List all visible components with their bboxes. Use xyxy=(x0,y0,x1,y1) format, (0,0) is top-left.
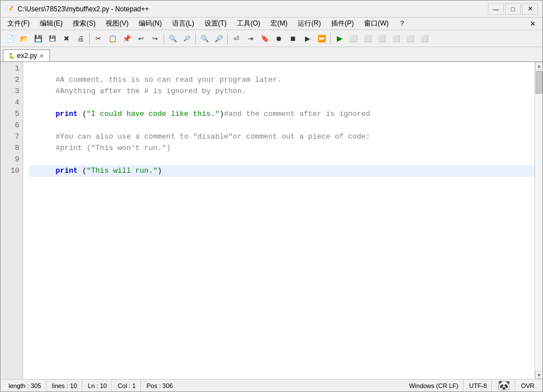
title-bar: 📝 C:\Users\78523\mybuff\ex2.py - Notepad… xyxy=(1,1,542,18)
status-lines: lines : 10 xyxy=(48,380,82,392)
menu-bar: 文件(F) 编辑(E) 搜索(S) 视图(V) 编码(N) 语言(L) 设置(T… xyxy=(1,18,542,30)
code-line-4: print ("I could have code like this.")#a… xyxy=(29,97,534,109)
status-left: length : 305 lines : 10 Ln : 10 Col : 1 … xyxy=(4,380,177,392)
tb-print[interactable]: 🖨 xyxy=(74,32,87,45)
toolbar-sep-1 xyxy=(89,33,90,44)
line-num-4: 4 xyxy=(1,97,23,109)
tb-find[interactable]: 🔍 xyxy=(166,32,179,45)
tb-macro-rec[interactable]: ⏺ xyxy=(272,32,286,45)
minimize-button[interactable]: — xyxy=(488,3,504,15)
tb-cut[interactable]: ✂ xyxy=(91,32,105,45)
tb-new[interactable]: 📄 xyxy=(3,32,16,45)
tb-indent[interactable]: ⇥ xyxy=(244,32,257,45)
tb-replace[interactable]: 🔎 xyxy=(180,32,194,45)
menu-encoding[interactable]: 编码(N) xyxy=(134,18,166,30)
tb-redo[interactable]: ↪ xyxy=(148,32,162,45)
tb-close[interactable]: ✖ xyxy=(60,32,73,45)
window-title: C:\Users\78523\mybuff\ex2.py - Notepad++ xyxy=(18,5,149,13)
toolbar-sep-3 xyxy=(195,33,196,44)
line-numbers: 1 2 3 4 5 6 7 8 9 10 xyxy=(1,62,23,379)
scroll-thumb[interactable] xyxy=(536,71,542,94)
menu-plugins[interactable]: 插件(P) xyxy=(327,18,358,30)
tb-open[interactable]: 📂 xyxy=(17,32,31,45)
status-avatar: 🐼 xyxy=(493,380,515,392)
status-right: Windows (CR LF) UTF-8 🐼 OVR xyxy=(404,380,539,392)
app-icon: 📝 xyxy=(5,5,14,14)
line-num-2: 2 xyxy=(1,74,23,86)
status-line-ending: Windows (CR LF) xyxy=(404,380,463,392)
menu-view[interactable]: 视图(V) xyxy=(101,18,133,30)
tab-label: ex2.py xyxy=(17,52,37,60)
menu-window[interactable]: 窗口(W) xyxy=(360,18,393,30)
tb-bookmarks[interactable]: 🔖 xyxy=(258,32,272,45)
scroll-down-arrow[interactable]: ▼ xyxy=(535,371,542,379)
line-num-7: 7 xyxy=(1,131,23,143)
tb-copy[interactable]: 📋 xyxy=(106,32,119,45)
tb-macro-play[interactable]: ▶ xyxy=(300,32,314,45)
status-length: length : 305 xyxy=(4,380,47,392)
menu-help[interactable]: ？ xyxy=(394,18,410,30)
menu-edit[interactable]: 编辑(E) xyxy=(35,18,67,30)
menu-settings[interactable]: 设置(T) xyxy=(200,18,231,30)
status-insert-mode[interactable]: OVR xyxy=(516,380,539,392)
tb-extra2[interactable]: ⬜ xyxy=(361,32,374,45)
status-ln: Ln : 10 xyxy=(83,380,112,392)
tb-paste[interactable]: 📌 xyxy=(120,32,133,45)
tb-saveall[interactable]: 💾 xyxy=(45,32,59,45)
menu-close-window[interactable]: ✕ xyxy=(525,19,540,29)
tb-run-cmd[interactable]: ▶ xyxy=(332,32,346,45)
line-num-8: 8 xyxy=(1,143,23,154)
menu-macro[interactable]: 宏(M) xyxy=(266,18,292,30)
status-bar: length : 305 lines : 10 Ln : 10 Col : 1 … xyxy=(1,379,542,391)
tb-save[interactable]: 💾 xyxy=(31,32,45,45)
menu-search[interactable]: 搜索(S) xyxy=(68,18,100,30)
line-num-5: 5 xyxy=(1,109,23,120)
tb-extra5[interactable]: ⬜ xyxy=(403,32,417,45)
tab-bar: 🐍 ex2.py ✕ xyxy=(1,47,542,62)
code-editor[interactable]: #A comment, this is so can read your pro… xyxy=(23,62,534,379)
status-col: Col : 1 xyxy=(113,380,141,392)
line-num-9: 9 xyxy=(1,154,23,165)
line-num-6: 6 xyxy=(1,120,23,131)
status-encoding: UTF-8 xyxy=(465,380,492,392)
tab-ex2py[interactable]: 🐍 ex2.py ✕ xyxy=(3,49,50,61)
tb-extra1[interactable]: ⬜ xyxy=(346,32,360,45)
toolbar-sep-2 xyxy=(164,33,164,44)
vertical-scrollbar[interactable]: ▲ ▼ xyxy=(534,62,542,379)
menu-tools[interactable]: 工具(O) xyxy=(232,18,265,30)
menu-run[interactable]: 运行(R) xyxy=(293,18,325,30)
tb-wrap[interactable]: ⏎ xyxy=(229,32,243,45)
toolbar: 📄 📂 💾 💾 ✖ 🖨 ✂ 📋 📌 ↩ ↪ 🔍 🔎 🔍 🔎 ⏎ ⇥ 🔖 ⏺ ⏹ … xyxy=(1,30,542,47)
tb-extra3[interactable]: ⬜ xyxy=(375,32,389,45)
menu-language[interactable]: 语言(L) xyxy=(168,18,199,30)
close-button[interactable]: ✕ xyxy=(522,3,538,15)
tb-zoom-out[interactable]: 🔎 xyxy=(212,32,225,45)
scroll-up-arrow[interactable]: ▲ xyxy=(535,62,542,70)
tab-file-icon: 🐍 xyxy=(8,53,15,59)
tb-extra6[interactable]: ⬜ xyxy=(417,32,431,45)
toolbar-sep-4 xyxy=(227,33,228,44)
editor-container: 1 2 3 4 5 6 7 8 9 10 #A comment, this is… xyxy=(1,62,542,379)
tb-macro-run[interactable]: ⏩ xyxy=(315,32,328,45)
maximize-button[interactable]: □ xyxy=(505,3,521,15)
line-num-10: 10 xyxy=(1,165,23,177)
line-num-3: 3 xyxy=(1,86,23,97)
toolbar-sep-5 xyxy=(330,33,331,44)
code-line-9: print ("This will run.") xyxy=(29,154,534,165)
tb-extra4[interactable]: ⬜ xyxy=(389,32,403,45)
scroll-track[interactable] xyxy=(535,70,542,371)
tb-macro-stop[interactable]: ⏹ xyxy=(286,32,300,45)
code-line-1: #A comment, this is so can read your pro… xyxy=(29,63,534,74)
menu-file[interactable]: 文件(F) xyxy=(3,18,34,30)
tb-undo[interactable]: ↩ xyxy=(134,32,148,45)
line-num-1: 1 xyxy=(1,63,23,74)
status-pos: Pos : 306 xyxy=(142,380,177,392)
tab-close-button[interactable]: ✕ xyxy=(39,53,44,59)
code-line-6: #You can also use a comment to "disable"… xyxy=(29,120,534,131)
tb-zoom-in[interactable]: 🔍 xyxy=(198,32,211,45)
